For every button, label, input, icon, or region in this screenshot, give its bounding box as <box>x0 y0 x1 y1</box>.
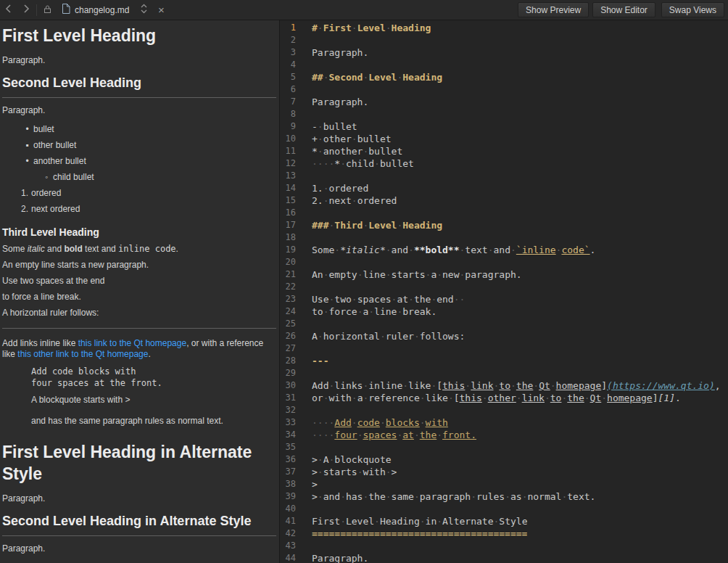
line-content[interactable] <box>309 170 312 182</box>
line-number[interactable]: 24 <box>280 305 309 318</box>
line-content[interactable]: ##·Second·Level·Heading <box>309 71 442 83</box>
editor-line[interactable]: 13 <box>280 170 728 182</box>
line-number[interactable]: 35 <box>280 441 309 453</box>
line-content[interactable]: ###·Third·Level·Heading <box>309 219 442 231</box>
line-content[interactable]: 1.·ordered <box>309 182 368 194</box>
editor-line[interactable]: 26A·horizontal·ruler·follows: <box>280 330 728 342</box>
editor-line[interactable]: 39>·and·has·the·same·paragraph·rules·as·… <box>280 490 728 503</box>
line-content[interactable]: +·other·bullet <box>309 133 392 145</box>
line-content[interactable] <box>309 231 312 244</box>
editor-line[interactable]: 6 <box>280 83 728 96</box>
editor-line[interactable]: 8 <box>280 108 728 120</box>
line-content[interactable]: A·horizontal·ruler·follows: <box>309 330 465 342</box>
line-content[interactable]: --- <box>309 355 328 367</box>
line-number[interactable]: 7 <box>280 96 309 108</box>
editor-line[interactable]: 10+·other·bullet <box>280 133 728 145</box>
line-content[interactable]: 2.·next·ordered <box>309 194 397 207</box>
line-number[interactable]: 28 <box>280 355 309 367</box>
editor-line[interactable]: 19Some·*italic*·and·**bold**·text·and·`i… <box>280 244 728 256</box>
line-content[interactable] <box>309 342 312 355</box>
editor-line[interactable]: 43 <box>280 540 728 552</box>
line-number[interactable]: 4 <box>280 59 309 71</box>
line-content[interactable]: Add·links·inline·like·[this·link·to·the·… <box>309 379 721 392</box>
line-number[interactable]: 14 <box>280 182 309 194</box>
line-content[interactable]: ====================================== <box>309 527 527 540</box>
line-number[interactable]: 40 <box>280 503 309 515</box>
line-number[interactable]: 19 <box>280 244 309 256</box>
editor-line[interactable]: 44Paragraph. <box>280 552 728 563</box>
editor-line[interactable]: 41First·Level·Heading·in·Alternate·Style <box>280 515 728 527</box>
line-number[interactable]: 15 <box>280 194 309 207</box>
editor-line[interactable]: 23Use·two·spaces·at·the·end·· <box>280 293 728 305</box>
line-content[interactable] <box>309 404 312 416</box>
editor-line[interactable]: 17###·Third·Level·Heading <box>280 219 728 231</box>
line-number[interactable]: 21 <box>280 268 309 281</box>
editor-line[interactable]: 40 <box>280 503 728 515</box>
editor-line[interactable]: 5##·Second·Level·Heading <box>280 71 728 83</box>
editor-line[interactable]: 30Add·links·inline·like·[this·link·to·th… <box>280 379 728 392</box>
editor-line[interactable]: 35 <box>280 441 728 453</box>
line-number[interactable]: 23 <box>280 293 309 305</box>
line-content[interactable]: Paragraph. <box>309 96 368 108</box>
close-document-button[interactable]: × <box>152 0 170 20</box>
line-number[interactable]: 20 <box>280 256 309 268</box>
editor-line[interactable]: 2 <box>280 34 728 46</box>
line-number[interactable]: 29 <box>280 367 309 379</box>
line-content[interactable] <box>309 367 312 379</box>
editor-line[interactable]: 20 <box>280 256 728 268</box>
editor-line[interactable]: 1#·First·Level·Heading <box>280 22 728 34</box>
line-number[interactable]: 38 <box>280 478 309 490</box>
editor-line[interactable]: 12····*·child·bullet <box>280 157 728 170</box>
line-content[interactable]: or·with·a·reference·like·[this·other·lin… <box>309 392 681 404</box>
editor-line[interactable]: 38> <box>280 478 728 490</box>
editor-line[interactable]: 9-·bullet <box>280 120 728 133</box>
line-number[interactable]: 2 <box>280 34 309 46</box>
line-content[interactable] <box>309 83 312 96</box>
line-number[interactable]: 8 <box>280 108 309 120</box>
swap-views-button[interactable]: Swap Views <box>661 2 724 17</box>
editor-line[interactable]: 16 <box>280 207 728 219</box>
editor-line[interactable]: 4 <box>280 59 728 71</box>
line-number[interactable]: 13 <box>280 170 309 182</box>
line-number[interactable]: 26 <box>280 330 309 342</box>
line-content[interactable]: An·empty·line·starts·a·new·paragraph. <box>309 268 522 281</box>
line-number[interactable]: 25 <box>280 318 309 330</box>
show-editor-button[interactable]: Show Editor <box>592 2 655 17</box>
qt-homepage-reference-link[interactable]: this other link to the Qt homepage <box>17 349 148 359</box>
line-content[interactable]: *·another·bullet <box>309 145 402 157</box>
line-content[interactable]: to·force·a·line·break. <box>309 305 437 318</box>
editor-line[interactable]: 25 <box>280 318 728 330</box>
line-content[interactable] <box>309 318 312 330</box>
markdown-editor-pane[interactable]: 1#·First·Level·Heading23Paragraph.45##·S… <box>279 20 728 563</box>
line-content[interactable] <box>309 207 312 219</box>
line-content[interactable]: ····four·spaces·at·the·front. <box>309 429 476 441</box>
line-content[interactable] <box>309 281 312 293</box>
editor-line[interactable]: 21An·empty·line·starts·a·new·paragraph. <box>280 268 728 281</box>
line-number[interactable]: 18 <box>280 231 309 244</box>
editor-line[interactable]: 24to·force·a·line·break. <box>280 305 728 318</box>
line-content[interactable] <box>309 503 312 515</box>
line-content[interactable]: Use·two·spaces·at·the·end·· <box>309 293 465 305</box>
line-content[interactable] <box>309 59 312 71</box>
line-number[interactable]: 12 <box>280 157 309 170</box>
line-content[interactable]: >·and·has·the·same·paragraph·rules·as·no… <box>309 490 595 503</box>
line-number[interactable]: 44 <box>280 552 309 563</box>
line-number[interactable]: 1 <box>280 22 309 34</box>
editor-line[interactable]: 3Paragraph. <box>280 46 728 59</box>
line-number[interactable]: 37 <box>280 466 309 478</box>
line-content[interactable]: >·starts·with·> <box>309 466 397 478</box>
editor-line[interactable]: 141.·ordered <box>280 182 728 194</box>
line-number[interactable]: 42 <box>280 527 309 540</box>
line-number[interactable]: 10 <box>280 133 309 145</box>
document-switcher[interactable] <box>135 0 152 20</box>
editor-line[interactable]: 18 <box>280 231 728 244</box>
editor-line[interactable]: 29 <box>280 367 728 379</box>
line-number[interactable]: 17 <box>280 219 309 231</box>
editor-line[interactable]: 31or·with·a·reference·like·[this·other·l… <box>280 392 728 404</box>
editor-line[interactable]: 28--- <box>280 355 728 367</box>
editor-line[interactable]: 33····Add·code·blocks·with <box>280 416 728 429</box>
line-content[interactable]: > <box>309 478 318 490</box>
line-content[interactable] <box>309 540 312 552</box>
line-content[interactable]: >·A·blockquote <box>309 453 392 466</box>
line-number[interactable]: 32 <box>280 404 309 416</box>
